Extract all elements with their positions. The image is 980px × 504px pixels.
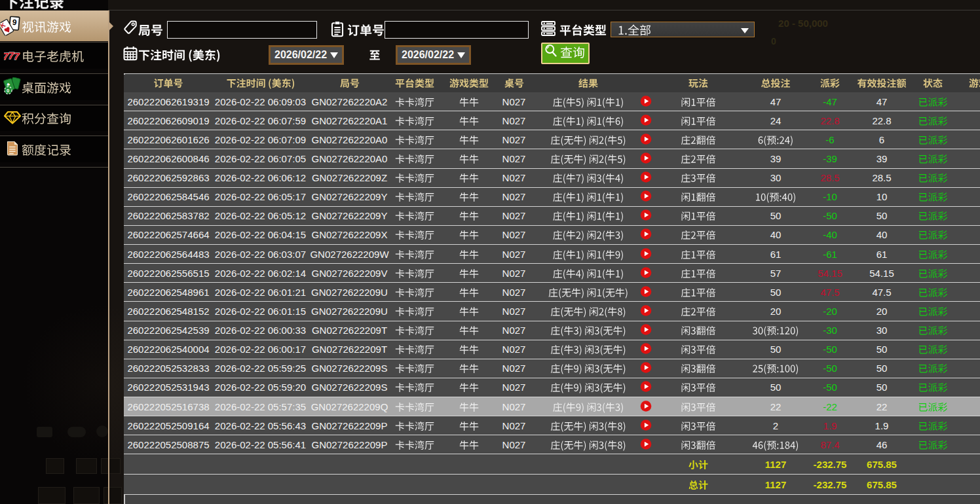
- svg-text:7: 7: [14, 50, 20, 61]
- svg-text:0: 0: [7, 88, 9, 94]
